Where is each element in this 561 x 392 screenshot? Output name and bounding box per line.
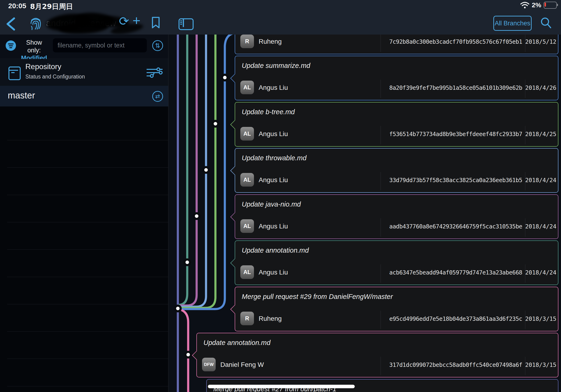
commit-date: 2018/3/15 <box>525 361 557 368</box>
commit-card[interactable]: Update annotation.md DFW Daniel Feng W 3… <box>196 333 558 377</box>
commit-card[interactable]: Merge pull request #29 from DanielFengW/… <box>235 287 558 331</box>
commit-graph-pane: R Ruheng 7c92b8a0c300eb3cadcf70fb958c576… <box>168 34 561 392</box>
battery-icon <box>544 2 557 9</box>
avatar: R <box>240 34 254 48</box>
commit-dot <box>175 306 181 311</box>
commit-hash: 317d1dc099072bebcc58adb0ffc540ce07498a6f <box>383 361 522 368</box>
avatar: R <box>240 312 254 325</box>
commit-author: Ruheng <box>259 315 282 322</box>
commit-hash: e95cd4996edd7e5e18b04de373a861aa3d6f235c <box>383 316 522 322</box>
commit-author: Angus Liu <box>259 176 288 184</box>
commit-author: Angus Liu <box>259 223 288 230</box>
empty-row-divider <box>7 277 168 277</box>
commit-message: Merge pull request #29 from DanielFengW/… <box>242 293 393 301</box>
empty-row-divider <box>7 140 168 140</box>
commit-message: Update annotation.md <box>242 247 309 254</box>
clock: 20:05 <box>8 2 26 10</box>
hash-divider <box>381 357 381 375</box>
status-right-cluster: 2% <box>520 1 557 9</box>
back-button[interactable] <box>5 17 18 31</box>
commit-message: Update java-nio.md <box>242 200 301 208</box>
top-chrome: 20:05 8月29日周日 2% <box>0 0 561 35</box>
commit-author: Daniel Feng W <box>220 361 264 369</box>
refresh-button[interactable]: ⟳ <box>119 15 129 27</box>
app-screen: 20:05 8月29日周日 2% <box>0 0 561 392</box>
sidebar-item-repository[interactable]: Repository Status and Configuration <box>0 59 168 86</box>
empty-row-divider <box>7 304 168 304</box>
sidebar-item-branch-master[interactable]: master ⇄ <box>0 86 168 107</box>
commit-hash: 33d79dd73b57f58c38acc3825ca0a236eeb361b5 <box>383 177 522 184</box>
commit-message: Update annotation.md <box>204 339 270 347</box>
commit-hash: 8a20f39e9fef7be995b1a58ce05a6101b309e62b <box>383 84 522 91</box>
commit-dot <box>222 75 228 80</box>
commit-date: 2018/4/24 <box>525 177 557 184</box>
all-branches-button[interactable]: All Branches <box>493 16 532 31</box>
bookmark-icon[interactable] <box>151 16 160 29</box>
commit-author: Angus Liu <box>259 130 288 138</box>
commit-dot <box>194 213 199 219</box>
commit-dot <box>184 260 190 265</box>
branch-sync-icon[interactable]: ⇄ <box>152 91 163 102</box>
avatar: AL <box>240 219 254 233</box>
commit-card[interactable]: Update summarize.md AL Angus Liu 8a20f39… <box>235 56 558 100</box>
sidebar: Show only: Modified ⇅ Repository Status … <box>0 34 168 392</box>
sidebar-toggle-icon[interactable] <box>179 18 194 30</box>
empty-row-divider <box>7 222 168 222</box>
empty-row-divider <box>7 359 168 359</box>
commit-dots <box>175 75 228 358</box>
wifi-icon <box>520 2 529 9</box>
avatar: AL <box>240 265 254 279</box>
commit-hash: 7c92b8a0c300eb3cadcf70fb958c576c67f05eb1 <box>383 38 522 45</box>
repository-icon <box>9 66 21 80</box>
commit-dot <box>203 167 209 173</box>
file-search-input[interactable] <box>53 38 147 52</box>
repository-subtitle: Status and Configuration <box>25 74 85 80</box>
filter-row: Show only: Modified ⇅ <box>0 34 168 59</box>
hash-divider <box>381 218 381 237</box>
hash-divider <box>381 80 381 98</box>
commit-date: 2018/5/12 <box>525 38 557 45</box>
commit-date: 2018/3/15 <box>525 316 557 322</box>
empty-row-divider <box>7 249 168 250</box>
commit-hash: f536514b773734ad8b9e3beffdeeef48fc2933b7 <box>383 131 522 138</box>
repository-title: Repository <box>25 62 61 71</box>
commit-date: 2018/4/26 <box>525 84 557 91</box>
avatar: AL <box>240 81 254 94</box>
commit-card[interactable]: Update throwable.md AL Angus Liu 33d79dd… <box>235 148 558 193</box>
commit-dot <box>213 121 218 127</box>
commit-author: Angus Liu <box>259 84 288 91</box>
hash-divider <box>381 126 381 144</box>
show-only-label: Show only: Modified <box>19 39 49 62</box>
avatar: AL <box>240 127 254 141</box>
hash-divider <box>381 311 381 329</box>
fingerprint-icon[interactable] <box>29 16 43 31</box>
hash-divider <box>381 264 381 283</box>
avatar: AL <box>240 173 254 187</box>
commit-hash: aadb437760a8e67429326646759f5cac310535be <box>383 223 522 230</box>
commit-card[interactable]: R Ruheng 7c92b8a0c300eb3cadcf70fb958c576… <box>235 34 558 54</box>
commit-card[interactable]: Update java-nio.md AL Angus Liu aadb4377… <box>235 194 558 239</box>
search-icon[interactable] <box>540 16 552 29</box>
home-indicator[interactable] <box>208 385 355 388</box>
commit-card[interactable]: Update annotation.md AL Angus Liu acb634… <box>235 240 558 285</box>
battery-percent: 2% <box>532 1 541 9</box>
commit-author: Ruheng <box>259 38 282 45</box>
commit-date: 2018/4/24 <box>525 269 557 276</box>
status-bar: 20:05 8月29日周日 2% <box>0 0 561 11</box>
branch-name: master <box>8 90 35 101</box>
commit-message: Update b-tree.md <box>242 108 295 116</box>
commit-card[interactable]: Update b-tree.md AL Angus Liu f536514b77… <box>235 102 558 147</box>
sort-order-icon[interactable]: ⇅ <box>152 40 163 51</box>
commit-message: Update summarize.md <box>242 62 310 70</box>
hash-divider <box>381 34 381 52</box>
commit-date: 2018/4/24 <box>525 223 557 230</box>
filter-icon[interactable] <box>6 40 16 51</box>
commit-message: Update throwable.md <box>242 154 307 162</box>
commit-dot <box>185 352 191 358</box>
commit-graph-icon[interactable] <box>146 67 163 78</box>
commit-hash: acb6347e5beadd94af059779d747e13a23abe668 <box>383 269 522 276</box>
empty-row-divider <box>7 167 168 168</box>
commit-author: Angus Liu <box>259 269 288 276</box>
add-button[interactable]: + <box>132 14 140 27</box>
avatar: DFW <box>202 358 216 371</box>
